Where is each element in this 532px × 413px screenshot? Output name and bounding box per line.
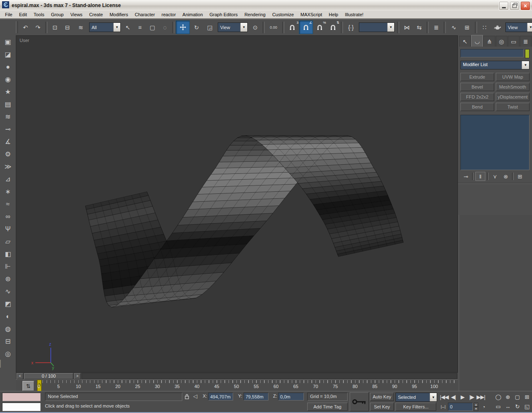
mirror-button[interactable]: ⋈	[400, 21, 413, 34]
restore-button[interactable]	[510, 1, 520, 10]
show-end-result-button[interactable]: ‖	[475, 172, 485, 181]
pan-button[interactable]: ↔	[503, 402, 512, 411]
spinner-up-icon[interactable]: ▲	[474, 403, 478, 407]
z-coord-field[interactable]: 0,0m	[278, 393, 304, 401]
reactor-spring-button[interactable]: ≋	[1, 111, 15, 123]
reactor-toy-car-button[interactable]: ⊿	[1, 173, 15, 185]
reactor-apply-cloth-modifier-button[interactable]: ◩	[1, 298, 15, 310]
make-unique-button[interactable]: ⋎	[490, 172, 500, 181]
play-button[interactable]: ▶	[458, 392, 467, 401]
set-keys-button[interactable]	[350, 392, 369, 411]
menu-character[interactable]: Character	[132, 11, 158, 18]
add-time-tag-button[interactable]: Add Time Tag	[307, 403, 348, 411]
reactor-wind-button[interactable]: ≫	[1, 161, 15, 173]
time-slider-next-button[interactable]: >	[74, 373, 81, 379]
menu-views[interactable]: Views	[67, 11, 86, 18]
unlink-selection-button[interactable]: ⊟	[61, 21, 74, 34]
rectangular-selection-region-button[interactable]: ▢	[146, 21, 159, 34]
edit-named-selection-sets-button[interactable]: {∙}	[344, 21, 358, 34]
min-max-toggle-button[interactable]: ◱	[522, 402, 532, 411]
time-slider-prev-button[interactable]: <	[17, 373, 23, 379]
dropdown-arrow-icon[interactable]: ▼	[430, 393, 437, 401]
select-object-button[interactable]: ↖	[122, 21, 134, 34]
region-zoom-button[interactable]: ▭	[494, 402, 503, 411]
modifier-button-ydisplacement[interactable]: yDisplacement	[496, 93, 530, 101]
undo-button[interactable]: ↶	[19, 21, 32, 34]
render-scene-button[interactable]	[491, 21, 504, 34]
modifier-button-bend[interactable]: Bend	[460, 103, 494, 111]
next-frame-button[interactable]: |▶	[467, 392, 476, 401]
menu-tools[interactable]: Tools	[30, 11, 48, 18]
reactor-deform-sheet-button[interactable]: ▱	[1, 235, 15, 247]
spiral-ribbon-object[interactable]	[16, 36, 457, 372]
angle-snap-toggle[interactable]: ∠	[299, 20, 313, 34]
snaps-toggle-3d[interactable]: 3	[286, 21, 299, 34]
go-to-end-button[interactable]: ▶▶|	[476, 392, 485, 401]
menu-group[interactable]: Group	[47, 11, 67, 18]
menu-graph-editors[interactable]: Graph Editors	[206, 11, 241, 18]
remove-modifier-button[interactable]: ⊗	[501, 172, 510, 181]
time-configuration-button[interactable]: ◔	[479, 402, 488, 411]
dropdown-arrow-icon[interactable]: ▼	[527, 23, 532, 32]
tab-hierarchy[interactable]: ⋔	[483, 36, 495, 47]
pin-stack-button[interactable]: ⊸	[461, 172, 470, 181]
modifier-list-dropdown[interactable]: Modifier List ▼	[460, 61, 530, 69]
reactor-rigid-body-collection-button[interactable]: ▣	[1, 36, 15, 48]
macro-recorder-pane[interactable]	[2, 393, 41, 401]
named-selection-sets-dropdown[interactable]: ▼	[359, 22, 395, 32]
close-button[interactable]: ×	[520, 1, 530, 10]
menu-customize[interactable]: Customize	[269, 11, 297, 18]
redo-button[interactable]: ↷	[32, 21, 44, 34]
select-by-name-button[interactable]: ≡	[134, 21, 146, 34]
reactor-wheel-button[interactable]: ⊛	[1, 273, 15, 285]
tab-display[interactable]: ▭	[508, 36, 520, 47]
key-filter-selection-dropdown[interactable]: Selected ▼	[395, 393, 437, 402]
reactor-water-button[interactable]: ≈	[1, 198, 15, 210]
modifier-button-meshsmooth[interactable]: MeshSmooth	[496, 83, 530, 91]
render-type-dropdown[interactable]: View▼	[505, 22, 532, 32]
menu-maxscript[interactable]: MAXScript	[297, 11, 326, 18]
menu-reactor[interactable]: reactor	[158, 11, 179, 18]
select-and-rotate-button[interactable]: ↻	[190, 21, 203, 34]
timeline-ruler[interactable]: 0 05101520253035404550556065707580859095…	[36, 380, 458, 391]
configure-modifier-sets-button[interactable]: ⊞	[515, 172, 525, 181]
object-name-field[interactable]	[460, 49, 524, 57]
spinner-down-icon[interactable]: ▼	[474, 407, 478, 411]
reactor-analyze-world-button[interactable]: ◎	[1, 348, 15, 360]
reactor-linear-dashpot-button[interactable]: ⊸	[1, 123, 15, 135]
viewport-user[interactable]: x z y User	[16, 35, 458, 373]
zoom-button[interactable]: ◯	[494, 392, 503, 401]
use-pivot-point-center-button[interactable]: ⊙	[249, 21, 261, 34]
reactor-open-property-editor-button[interactable]: ⊟	[1, 335, 15, 347]
zoom-extents-button[interactable]: ▢	[513, 392, 522, 401]
curve-editor-button[interactable]: ∿	[447, 21, 460, 34]
object-color-swatch[interactable]	[525, 49, 530, 58]
app-logo-icon[interactable]	[2, 1, 9, 10]
material-editor-button[interactable]: ∷	[478, 21, 491, 34]
align-button[interactable]: ⇆	[413, 21, 425, 34]
menu-modifiers[interactable]: Modifiers	[106, 11, 132, 18]
minimize-button[interactable]	[499, 1, 509, 10]
menu-edit[interactable]: Edit	[16, 11, 30, 18]
go-to-start-button[interactable]: |◀◀	[440, 392, 449, 401]
tab-motion[interactable]: ◎	[496, 36, 507, 47]
layer-manager-button[interactable]: ≣	[430, 21, 443, 34]
menu-illustrate-[interactable]: Illustrate!	[341, 11, 367, 18]
menu-file[interactable]: File	[2, 11, 16, 18]
zoom-extents-all-button[interactable]: ⊞	[522, 392, 532, 401]
reactor-fracture-button[interactable]: ∗	[1, 185, 15, 198]
selection-lock-toggle[interactable]	[184, 393, 189, 401]
modifier-button-ffd-2x2x2[interactable]: FFD 2x2x2	[460, 93, 494, 101]
viewport-label[interactable]: User	[20, 38, 29, 43]
reactor-motor-button[interactable]: ⚙	[1, 148, 15, 160]
spinner-snap-toggle[interactable]: ⇅	[326, 21, 340, 34]
set-key-button[interactable]: Set Key	[370, 403, 394, 411]
zoom-all-button[interactable]: ⊕	[503, 392, 512, 401]
modifier-stack-list[interactable]	[460, 115, 530, 170]
x-coord-field[interactable]: 494,707m	[208, 393, 233, 401]
reactor-angular-dashpot-button[interactable]: ∡	[1, 136, 15, 148]
absolute-mode-transform-type-in[interactable]: ◁	[193, 393, 197, 399]
reactor-ragdoll-button[interactable]: Ψ	[1, 223, 15, 235]
menu-help[interactable]: Help	[326, 11, 342, 18]
reactor-plane-button[interactable]: ▤	[1, 98, 15, 110]
